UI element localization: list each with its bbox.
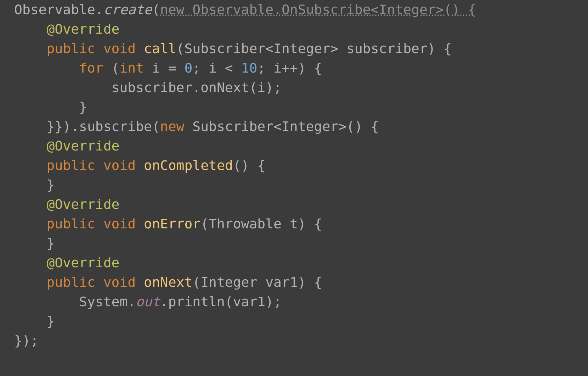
code-line[interactable]: }}).subscribe(new Subscriber<Integer>() … [14,117,588,136]
code-token: } [14,313,55,329]
code-line[interactable]: public void onError(Throwable t) { [14,214,588,234]
code-token: @Override [47,196,120,212]
code-token: }}).subscribe( [14,119,160,134]
code-token: ; i < [192,60,241,76]
code-token: new [160,119,193,134]
code-token [14,60,79,76]
code-token: } [14,235,55,251]
code-line[interactable]: subscriber.onNext(i); [14,78,588,97]
code-token: System. [14,294,136,309]
code-token: } [14,177,55,193]
code-token [14,196,47,212]
code-token: 10 [241,60,258,76]
code-token [14,138,47,154]
code-token: public void [47,158,144,173]
code-line[interactable]: public void call(Subscriber<Integer> sub… [14,39,588,58]
code-token: subscriber.onNext(i); [14,80,282,95]
code-token: i = [152,60,185,76]
code-token: ; i++) { [257,60,322,76]
code-token: () { [233,158,266,173]
code-line[interactable]: public void onCompleted() { [14,156,588,175]
code-line[interactable]: } [14,312,588,331]
code-token: out [136,294,160,309]
code-token: public void [47,41,144,56]
code-token: create [103,2,152,17]
code-line[interactable]: } [14,234,588,253]
code-token: 0 [184,60,192,76]
code-token: @Override [47,138,120,154]
code-token: (Integer var1) { [192,274,322,290]
code-line[interactable]: Observable.create(new Observable.OnSubsc… [14,0,588,19]
code-token: (Throwable t) { [200,216,322,232]
code-token [14,216,47,232]
code-token [14,255,47,270]
code-token: . [95,2,103,17]
code-token: onError [144,216,200,232]
code-token: (Subscriber<Integer> subscriber) { [176,41,452,56]
code-token [14,41,47,56]
code-line[interactable]: }); [14,331,588,351]
code-token: .println(var1); [160,294,282,309]
code-token: int [119,60,152,76]
code-line[interactable]: } [14,97,588,117]
code-token: public void [47,216,144,232]
code-token: Observable [14,2,95,17]
code-token: ( [112,60,120,76]
code-token: @Override [47,255,120,270]
code-line[interactable]: @Override [14,195,588,214]
code-line[interactable]: System.out.println(var1); [14,292,588,312]
code-token: onCompleted [144,158,233,173]
code-block[interactable]: Observable.create(new Observable.OnSubsc… [14,0,588,351]
code-token [14,274,47,290]
code-token [14,21,47,37]
code-line[interactable]: } [14,175,588,195]
code-line[interactable]: @Override [14,19,588,39]
code-token: public void [47,274,144,290]
code-token: call [144,41,176,56]
code-token: onNext [144,274,192,290]
code-editor-viewport[interactable]: Observable.create(new Observable.OnSubsc… [0,0,588,351]
code-token: for [79,60,112,76]
code-token [14,158,47,173]
code-token: } [14,99,87,115]
code-token: @Override [47,21,120,37]
code-line[interactable]: for (int i = 0; i < 10; i++) { [14,58,588,78]
code-line[interactable]: public void onNext(Integer var1) { [14,273,588,292]
code-token: ( [152,2,160,17]
code-line[interactable]: @Override [14,136,588,156]
code-line[interactable]: @Override [14,253,588,273]
code-token: }); [14,333,39,348]
code-token: Subscriber<Integer>() { [192,119,379,134]
code-token: new Observable.OnSubscribe<Integer>() { [160,2,476,17]
